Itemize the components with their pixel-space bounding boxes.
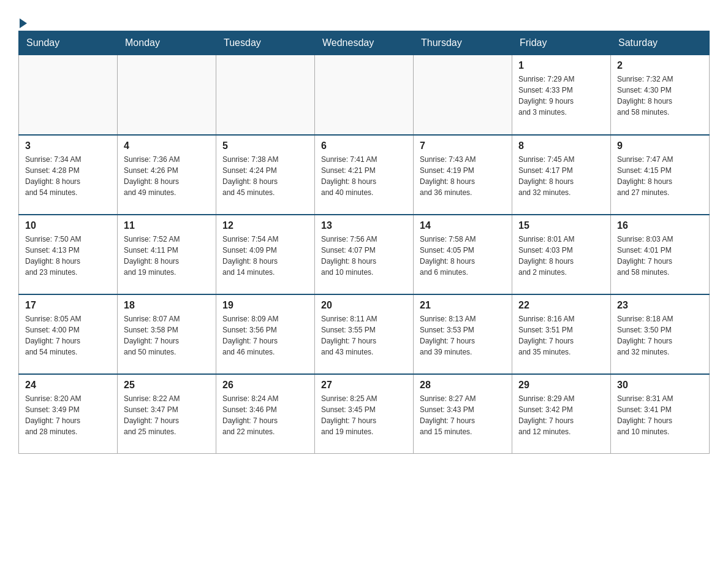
calendar-cell: 14Sunrise: 7:58 AM Sunset: 4:05 PM Dayli… bbox=[414, 215, 512, 294]
calendar-cell: 6Sunrise: 7:41 AM Sunset: 4:21 PM Daylig… bbox=[315, 135, 414, 215]
weekday-header-wednesday: Wednesday bbox=[315, 31, 414, 55]
day-info: Sunrise: 8:22 AM Sunset: 3:47 PM Dayligh… bbox=[124, 393, 210, 437]
day-info: Sunrise: 8:07 AM Sunset: 3:58 PM Dayligh… bbox=[124, 313, 210, 358]
calendar-cell: 25Sunrise: 8:22 AM Sunset: 3:47 PM Dayli… bbox=[118, 374, 216, 454]
calendar-week-row: 3Sunrise: 7:34 AM Sunset: 4:28 PM Daylig… bbox=[19, 135, 710, 215]
day-number: 9 bbox=[617, 140, 703, 151]
day-number: 28 bbox=[420, 380, 506, 391]
calendar-cell: 21Sunrise: 8:13 AM Sunset: 3:53 PM Dayli… bbox=[414, 294, 512, 374]
day-info: Sunrise: 8:13 AM Sunset: 3:53 PM Dayligh… bbox=[420, 313, 506, 358]
day-number: 12 bbox=[222, 220, 308, 231]
day-number: 22 bbox=[518, 300, 604, 311]
day-number: 27 bbox=[321, 380, 407, 391]
day-number: 18 bbox=[124, 300, 210, 311]
calendar-cell: 16Sunrise: 8:03 AM Sunset: 4:01 PM Dayli… bbox=[611, 215, 710, 294]
day-number: 2 bbox=[617, 60, 703, 71]
day-number: 6 bbox=[321, 140, 407, 151]
day-info: Sunrise: 7:52 AM Sunset: 4:11 PM Dayligh… bbox=[124, 234, 210, 278]
calendar-cell: 17Sunrise: 8:05 AM Sunset: 4:00 PM Dayli… bbox=[19, 294, 118, 374]
day-number: 29 bbox=[518, 380, 604, 391]
calendar-week-row: 1Sunrise: 7:29 AM Sunset: 4:33 PM Daylig… bbox=[19, 55, 710, 135]
calendar-week-row: 17Sunrise: 8:05 AM Sunset: 4:00 PM Dayli… bbox=[19, 294, 710, 374]
calendar-cell: 5Sunrise: 7:38 AM Sunset: 4:24 PM Daylig… bbox=[216, 135, 315, 215]
calendar-cell: 4Sunrise: 7:36 AM Sunset: 4:26 PM Daylig… bbox=[118, 135, 216, 215]
day-number: 1 bbox=[518, 60, 604, 71]
day-info: Sunrise: 8:03 AM Sunset: 4:01 PM Dayligh… bbox=[617, 234, 703, 278]
day-number: 30 bbox=[617, 380, 703, 391]
calendar-cell: 30Sunrise: 8:31 AM Sunset: 3:41 PM Dayli… bbox=[611, 374, 710, 454]
day-number: 26 bbox=[222, 380, 308, 391]
day-number: 15 bbox=[518, 220, 604, 231]
day-info: Sunrise: 7:34 AM Sunset: 4:28 PM Dayligh… bbox=[25, 154, 111, 198]
day-info: Sunrise: 8:29 AM Sunset: 3:42 PM Dayligh… bbox=[518, 393, 604, 437]
weekday-header-monday: Monday bbox=[118, 31, 216, 55]
calendar-cell: 22Sunrise: 8:16 AM Sunset: 3:51 PM Dayli… bbox=[512, 294, 611, 374]
weekday-header-thursday: Thursday bbox=[414, 31, 512, 55]
weekday-header-sunday: Sunday bbox=[19, 31, 118, 55]
day-info: Sunrise: 8:24 AM Sunset: 3:46 PM Dayligh… bbox=[222, 393, 308, 437]
day-number: 19 bbox=[222, 300, 308, 311]
calendar-cell: 23Sunrise: 8:18 AM Sunset: 3:50 PM Dayli… bbox=[611, 294, 710, 374]
calendar-cell: 2Sunrise: 7:32 AM Sunset: 4:30 PM Daylig… bbox=[611, 55, 710, 135]
calendar-cell: 20Sunrise: 8:11 AM Sunset: 3:55 PM Dayli… bbox=[315, 294, 414, 374]
weekday-header-tuesday: Tuesday bbox=[216, 31, 315, 55]
day-number: 17 bbox=[25, 300, 111, 311]
day-number: 11 bbox=[124, 220, 210, 231]
calendar-cell: 11Sunrise: 7:52 AM Sunset: 4:11 PM Dayli… bbox=[118, 215, 216, 294]
day-info: Sunrise: 7:29 AM Sunset: 4:33 PM Dayligh… bbox=[518, 74, 604, 118]
day-number: 4 bbox=[124, 140, 210, 151]
weekday-header-saturday: Saturday bbox=[611, 31, 710, 55]
day-number: 5 bbox=[222, 140, 308, 151]
day-number: 3 bbox=[25, 140, 111, 151]
header bbox=[18, 12, 710, 25]
day-info: Sunrise: 7:56 AM Sunset: 4:07 PM Dayligh… bbox=[321, 234, 407, 278]
day-info: Sunrise: 7:38 AM Sunset: 4:24 PM Dayligh… bbox=[222, 154, 308, 198]
day-info: Sunrise: 8:25 AM Sunset: 3:45 PM Dayligh… bbox=[321, 393, 407, 437]
calendar-cell bbox=[19, 55, 118, 135]
day-info: Sunrise: 8:18 AM Sunset: 3:50 PM Dayligh… bbox=[617, 313, 703, 358]
calendar-table: SundayMondayTuesdayWednesdayThursdayFrid… bbox=[18, 31, 710, 454]
day-info: Sunrise: 7:54 AM Sunset: 4:09 PM Dayligh… bbox=[222, 234, 308, 278]
day-number: 13 bbox=[321, 220, 407, 231]
day-info: Sunrise: 8:20 AM Sunset: 3:49 PM Dayligh… bbox=[25, 393, 111, 437]
calendar-cell: 1Sunrise: 7:29 AM Sunset: 4:33 PM Daylig… bbox=[512, 55, 611, 135]
day-info: Sunrise: 7:45 AM Sunset: 4:17 PM Dayligh… bbox=[518, 154, 604, 198]
calendar-cell: 13Sunrise: 7:56 AM Sunset: 4:07 PM Dayli… bbox=[315, 215, 414, 294]
day-info: Sunrise: 7:36 AM Sunset: 4:26 PM Dayligh… bbox=[124, 154, 210, 198]
day-info: Sunrise: 8:27 AM Sunset: 3:43 PM Dayligh… bbox=[420, 393, 506, 437]
day-info: Sunrise: 8:09 AM Sunset: 3:56 PM Dayligh… bbox=[222, 313, 308, 358]
calendar-cell: 29Sunrise: 8:29 AM Sunset: 3:42 PM Dayli… bbox=[512, 374, 611, 454]
calendar-cell: 12Sunrise: 7:54 AM Sunset: 4:09 PM Dayli… bbox=[216, 215, 315, 294]
day-info: Sunrise: 7:43 AM Sunset: 4:19 PM Dayligh… bbox=[420, 154, 506, 198]
calendar-cell: 19Sunrise: 8:09 AM Sunset: 3:56 PM Dayli… bbox=[216, 294, 315, 374]
calendar-cell: 26Sunrise: 8:24 AM Sunset: 3:46 PM Dayli… bbox=[216, 374, 315, 454]
day-info: Sunrise: 7:58 AM Sunset: 4:05 PM Dayligh… bbox=[420, 234, 506, 278]
day-number: 10 bbox=[25, 220, 111, 231]
day-info: Sunrise: 7:47 AM Sunset: 4:15 PM Dayligh… bbox=[617, 154, 703, 198]
day-number: 24 bbox=[25, 380, 111, 391]
day-info: Sunrise: 8:01 AM Sunset: 4:03 PM Dayligh… bbox=[518, 234, 604, 278]
calendar-cell: 18Sunrise: 8:07 AM Sunset: 3:58 PM Dayli… bbox=[118, 294, 216, 374]
calendar-cell: 9Sunrise: 7:47 AM Sunset: 4:15 PM Daylig… bbox=[611, 135, 710, 215]
calendar-cell: 3Sunrise: 7:34 AM Sunset: 4:28 PM Daylig… bbox=[19, 135, 118, 215]
calendar-cell bbox=[216, 55, 315, 135]
calendar-cell: 7Sunrise: 7:43 AM Sunset: 4:19 PM Daylig… bbox=[414, 135, 512, 215]
day-info: Sunrise: 7:41 AM Sunset: 4:21 PM Dayligh… bbox=[321, 154, 407, 198]
calendar-cell: 27Sunrise: 8:25 AM Sunset: 3:45 PM Dayli… bbox=[315, 374, 414, 454]
day-number: 23 bbox=[617, 300, 703, 311]
calendar-week-row: 10Sunrise: 7:50 AM Sunset: 4:13 PM Dayli… bbox=[19, 215, 710, 294]
day-info: Sunrise: 8:16 AM Sunset: 3:51 PM Dayligh… bbox=[518, 313, 604, 358]
calendar-cell bbox=[118, 55, 216, 135]
weekday-header-friday: Friday bbox=[512, 31, 611, 55]
day-number: 16 bbox=[617, 220, 703, 231]
calendar-cell bbox=[414, 55, 512, 135]
calendar-cell: 24Sunrise: 8:20 AM Sunset: 3:49 PM Dayli… bbox=[19, 374, 118, 454]
day-number: 7 bbox=[420, 140, 506, 151]
day-number: 21 bbox=[420, 300, 506, 311]
logo bbox=[18, 18, 27, 25]
day-info: Sunrise: 7:32 AM Sunset: 4:30 PM Dayligh… bbox=[617, 74, 703, 118]
weekday-header-row: SundayMondayTuesdayWednesdayThursdayFrid… bbox=[19, 31, 710, 55]
day-number: 14 bbox=[420, 220, 506, 231]
day-info: Sunrise: 8:31 AM Sunset: 3:41 PM Dayligh… bbox=[617, 393, 703, 437]
day-info: Sunrise: 7:50 AM Sunset: 4:13 PM Dayligh… bbox=[25, 234, 111, 278]
